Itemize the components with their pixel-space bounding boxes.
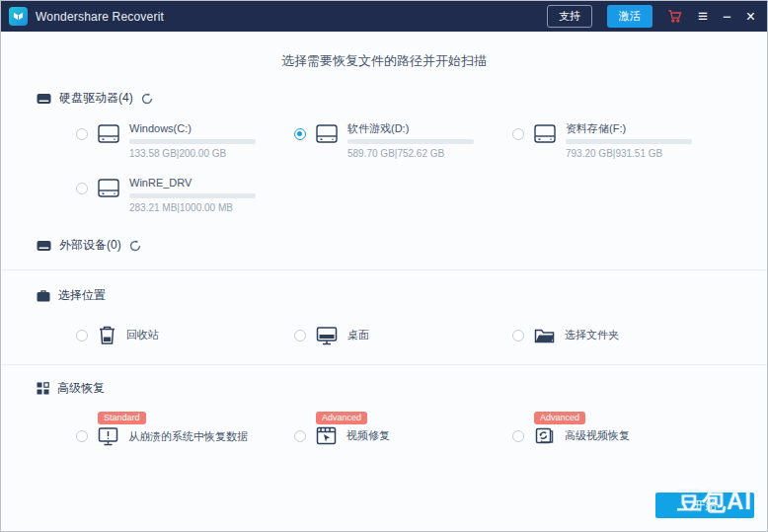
radio-button[interactable] xyxy=(294,430,306,442)
location-label: 桌面 xyxy=(347,328,369,342)
drive-capacity: 283.21 MB|1000.00 MB xyxy=(129,202,256,213)
menu-icon[interactable]: ≡ xyxy=(698,8,708,25)
advanced-item-advanced-video[interactable]: Advanced 高级视频恢复 xyxy=(512,407,730,446)
drives-grid: Windows(C:) 133.58 GB|200.00 GB 软件游戏(D:)… xyxy=(76,121,767,213)
capacity-bar xyxy=(129,193,256,198)
advanced-label: 视频修复 xyxy=(346,428,390,443)
grid-icon xyxy=(37,382,49,395)
locations-grid: 回收站 桌面 选择文件夹 xyxy=(76,325,767,345)
section-advanced-recovery: 高级恢复 xyxy=(37,380,767,397)
drive-icon xyxy=(97,123,120,144)
section-hard-drives: 硬盘驱动器(4) xyxy=(37,90,767,107)
drive-icon xyxy=(533,123,557,144)
hard-drive-icon xyxy=(37,93,51,105)
advanced-video-recovery-icon xyxy=(534,426,555,445)
section-external-devices: 外部设备(0) xyxy=(37,237,767,254)
capacity-bar xyxy=(347,139,474,144)
section-select-location: 选择位置 xyxy=(37,287,767,304)
app-window: Wondershare Recoverit 支持 激活 ≡ − × 选择需要恢复… xyxy=(0,0,768,532)
drive-item-winre-drv[interactable]: WinRE_DRV 283.21 MB|1000.00 MB xyxy=(76,176,294,213)
video-repair-icon xyxy=(316,426,337,445)
minimize-icon[interactable]: − xyxy=(723,9,731,24)
radio-button[interactable] xyxy=(76,183,88,194)
drive-item-windows-c[interactable]: Windows(C:) 133.58 GB|200.00 GB xyxy=(76,121,294,159)
location-label: 回收站 xyxy=(126,328,159,342)
drive-icon xyxy=(315,123,339,144)
advanced-item-crashed-system[interactable]: Standard 从崩溃的系统中恢复数据 xyxy=(76,407,294,446)
section-label: 高级恢复 xyxy=(57,380,105,397)
capacity-bar xyxy=(566,139,692,144)
drive-name: 资料存储(F:) xyxy=(566,121,692,135)
drive-name: WinRE_DRV xyxy=(129,176,256,190)
radio-button[interactable] xyxy=(294,128,306,140)
drive-item-software-games-d[interactable]: 软件游戏(D:) 589.70 GB|752.62 GB xyxy=(294,121,512,159)
support-button[interactable]: 支持 xyxy=(547,5,592,28)
wondershare-logo-icon xyxy=(9,7,28,26)
cart-icon[interactable] xyxy=(667,9,683,24)
advanced-badge: Advanced xyxy=(534,412,585,424)
section-label: 外部设备(0) xyxy=(59,237,121,254)
refresh-drives-icon[interactable] xyxy=(141,93,153,105)
external-device-icon xyxy=(37,240,51,252)
drive-icon xyxy=(97,178,120,198)
section-divider xyxy=(1,364,767,365)
advanced-grid: Standard 从崩溃的系统中恢复数据 Advanced 视频修复 Advan… xyxy=(76,407,767,446)
drive-name: 软件游戏(D:) xyxy=(347,121,474,135)
section-label: 硬盘驱动器(4) xyxy=(59,90,133,107)
titlebar: Wondershare Recoverit 支持 激活 ≡ − × xyxy=(1,1,767,32)
radio-button[interactable] xyxy=(294,330,306,342)
radio-button[interactable] xyxy=(512,330,524,342)
location-item-desktop[interactable]: 桌面 xyxy=(294,325,512,345)
section-divider xyxy=(1,269,767,270)
drive-name: Windows(C:) xyxy=(129,121,256,135)
radio-button[interactable] xyxy=(76,330,88,342)
radio-button[interactable] xyxy=(512,128,524,140)
start-button[interactable]: 开始 xyxy=(655,493,754,518)
close-icon[interactable]: × xyxy=(746,9,755,25)
activate-button[interactable]: 激活 xyxy=(607,5,653,28)
location-item-recycle-bin[interactable]: 回收站 xyxy=(76,325,294,345)
drive-capacity: 133.58 GB|200.00 GB xyxy=(129,148,256,159)
drive-capacity: 793.20 GB|931.51 GB xyxy=(566,148,692,159)
location-label: 选择文件夹 xyxy=(565,328,619,342)
section-label: 选择位置 xyxy=(58,287,106,304)
location-item-select-folder[interactable]: 选择文件夹 xyxy=(512,325,730,345)
briefcase-icon xyxy=(37,290,50,302)
refresh-external-icon[interactable] xyxy=(129,240,141,252)
capacity-bar xyxy=(129,139,256,144)
folder-icon xyxy=(534,326,555,344)
advanced-label: 从崩溃的系统中恢复数据 xyxy=(128,429,248,444)
crashed-system-icon xyxy=(98,426,118,446)
advanced-label: 高级视频恢复 xyxy=(565,428,630,443)
radio-button[interactable] xyxy=(512,430,524,442)
radio-button[interactable] xyxy=(76,430,88,442)
drive-item-data-storage-f[interactable]: 资料存储(F:) 793.20 GB|931.51 GB xyxy=(512,121,730,159)
recycle-bin-icon xyxy=(98,325,116,345)
app-title: Wondershare Recoverit xyxy=(36,10,164,24)
radio-button[interactable] xyxy=(76,128,88,140)
standard-badge: Standard xyxy=(98,412,146,424)
desktop-icon xyxy=(316,326,338,345)
advanced-item-video-repair[interactable]: Advanced 视频修复 xyxy=(294,407,512,446)
drive-capacity: 589.70 GB|752.62 GB xyxy=(347,148,474,159)
advanced-badge: Advanced xyxy=(316,412,367,424)
page-title: 选择需要恢复文件的路径并开始扫描 xyxy=(1,52,767,70)
